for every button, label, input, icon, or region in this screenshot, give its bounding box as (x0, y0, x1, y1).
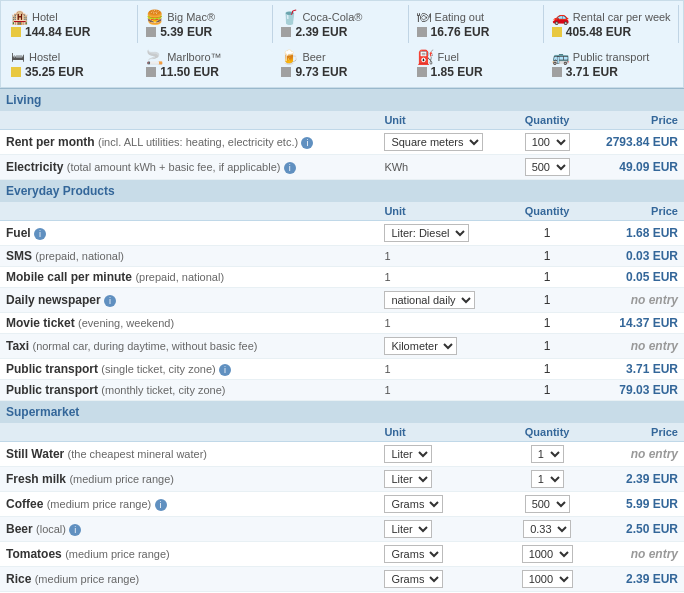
top-item-icon-3: 🍽 (417, 9, 431, 25)
col-unit-0: Unit (378, 111, 509, 130)
col-unit-1: Unit (378, 202, 509, 221)
unit-cell-2-2[interactable]: Grams (378, 492, 509, 517)
unit-cell-1-4: 1 (378, 313, 509, 334)
info-icon-1-0[interactable]: i (34, 228, 46, 240)
qty-select-0-0[interactable]: 100 (525, 133, 570, 151)
unit-select-2-5[interactable]: Grams (384, 570, 443, 588)
col-price-2: Price (584, 423, 684, 442)
section-header-0: Living (0, 89, 684, 112)
top-item-5: 🛏 Hostel 35.25 EUR (5, 45, 138, 83)
unit-select-1-5[interactable]: Kilometer (384, 337, 457, 355)
color-dot-1 (146, 27, 156, 37)
unit-select-2-0[interactable]: Liter (384, 445, 432, 463)
top-item-price-1: 5.39 EUR (160, 25, 212, 39)
unit-select-2-4[interactable]: Grams (384, 545, 443, 563)
info-icon-0-0[interactable]: i (301, 137, 313, 149)
row-label-2-1: Fresh milk (medium price range) (0, 467, 378, 492)
col-price-1: Price (584, 202, 684, 221)
unit-text-0-1: KWh (384, 161, 408, 173)
info-icon-0-1[interactable]: i (284, 162, 296, 174)
top-item-price-9: 3.71 EUR (566, 65, 618, 79)
qty-val-1-1: 1 (544, 249, 551, 263)
top-item-9: 🚌 Public transport 3.71 EUR (546, 45, 679, 83)
unit-select-2-2[interactable]: Grams (384, 495, 443, 513)
qty-cell-2-2[interactable]: 500 (510, 492, 585, 517)
price-val-1-0: 1.68 EUR (626, 226, 678, 240)
color-dot-8 (417, 67, 427, 77)
price-cell-0-1: 49.09 EUR (584, 155, 684, 180)
unit-cell-1-7: 1 (378, 380, 509, 401)
unit-select-1-0[interactable]: Liter: Diesel (384, 224, 469, 242)
qty-val-1-4: 1 (544, 316, 551, 330)
top-item-icon-7: 🍺 (281, 49, 298, 65)
qty-select-2-5[interactable]: 1000 (522, 570, 573, 588)
qty-select-0-1[interactable]: 500 (525, 158, 570, 176)
data-row-2-3: Beer (local) iLiter0.332.50 EUR (0, 517, 684, 542)
top-item-2: 🥤 Coca-Cola® 2.39 EUR (275, 5, 408, 43)
price-val-1-2: 0.05 EUR (626, 270, 678, 284)
unit-cell-1-3[interactable]: national daily (378, 288, 509, 313)
qty-select-2-3[interactable]: 0.33 (523, 520, 571, 538)
unit-cell-2-3[interactable]: Liter (378, 517, 509, 542)
qty-cell-1-4: 1 (510, 313, 585, 334)
info-icon-2-3[interactable]: i (69, 524, 81, 536)
top-item-value-5: 35.25 EUR (11, 65, 132, 79)
unit-cell-1-0[interactable]: Liter: Diesel (378, 221, 509, 246)
top-item-price-8: 1.85 EUR (431, 65, 483, 79)
top-item-label-7: 🍺 Beer (281, 49, 402, 65)
data-row-1-0: Fuel iLiter: Diesel11.68 EUR (0, 221, 684, 246)
unit-cell-2-0[interactable]: Liter (378, 442, 509, 467)
unit-cell-2-1[interactable]: Liter (378, 467, 509, 492)
price-cell-2-0: no entry (584, 442, 684, 467)
unit-select-2-1[interactable]: Liter (384, 470, 432, 488)
top-item-value-9: 3.71 EUR (552, 65, 673, 79)
qty-cell-2-4[interactable]: 1000 (510, 542, 585, 567)
qty-cell-0-0[interactable]: 100 (510, 130, 585, 155)
col-item-label-1 (0, 202, 378, 221)
top-item-name-0: Hotel (32, 11, 58, 23)
unit-select-2-3[interactable]: Liter (384, 520, 432, 538)
col-unit-2: Unit (378, 423, 509, 442)
col-qty-2: Quantity (510, 423, 585, 442)
section-header-2: Supermarket (0, 401, 684, 424)
data-row-1-6: Public transport (single ticket, city zo… (0, 359, 684, 380)
qty-cell-2-5[interactable]: 1000 (510, 567, 585, 592)
qty-select-2-0[interactable]: 1 (531, 445, 564, 463)
price-cell-2-1: 2.39 EUR (584, 467, 684, 492)
data-row-1-1: SMS (prepaid, national)110.03 EUR (0, 246, 684, 267)
info-icon-1-3[interactable]: i (104, 295, 116, 307)
qty-select-2-2[interactable]: 500 (525, 495, 570, 513)
unit-cell-0-1: KWh (378, 155, 509, 180)
qty-select-2-4[interactable]: 1000 (522, 545, 573, 563)
unit-cell-2-5[interactable]: Grams (378, 567, 509, 592)
qty-cell-0-1[interactable]: 500 (510, 155, 585, 180)
unit-cell-2-4[interactable]: Grams (378, 542, 509, 567)
color-dot-5 (11, 67, 21, 77)
qty-cell-2-1[interactable]: 1 (510, 467, 585, 492)
data-row-2-1: Fresh milk (medium price range)Liter12.3… (0, 467, 684, 492)
unit-cell-1-2: 1 (378, 267, 509, 288)
unit-cell-0-0[interactable]: Square meters (378, 130, 509, 155)
top-item-name-7: Beer (302, 51, 325, 63)
unit-select-1-3[interactable]: national daily (384, 291, 475, 309)
row-label-1-1: SMS (prepaid, national) (0, 246, 378, 267)
unit-select-0-0[interactable]: Square meters (384, 133, 483, 151)
price-cell-2-5: 2.39 EUR (584, 567, 684, 592)
row-label-1-6: Public transport (single ticket, city zo… (0, 359, 378, 380)
qty-cell-1-2: 1 (510, 267, 585, 288)
info-icon-1-6[interactable]: i (219, 364, 231, 376)
unit-cell-1-5[interactable]: Kilometer (378, 334, 509, 359)
qty-cell-1-7: 1 (510, 380, 585, 401)
top-item-4: 🚗 Rental car per week 405.48 EUR (546, 5, 679, 43)
price-val-2-5: 2.39 EUR (626, 572, 678, 586)
top-item-6: 🚬 Marlboro™ 11.50 EUR (140, 45, 273, 83)
data-row-0-0: Rent per month (incl. ALL utilities: hea… (0, 130, 684, 155)
qty-val-1-0: 1 (544, 226, 551, 240)
qty-cell-2-0[interactable]: 1 (510, 442, 585, 467)
top-item-value-7: 9.73 EUR (281, 65, 402, 79)
top-item-label-5: 🛏 Hostel (11, 49, 132, 65)
no-entry-2-0: no entry (631, 447, 678, 461)
qty-select-2-1[interactable]: 1 (531, 470, 564, 488)
qty-cell-2-3[interactable]: 0.33 (510, 517, 585, 542)
info-icon-2-2[interactable]: i (155, 499, 167, 511)
